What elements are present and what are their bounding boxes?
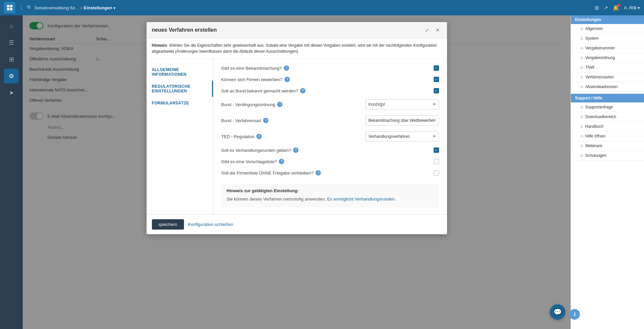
ted-regulation-select[interactable]: Verhandlungsverfahren Offenes Verfahren … <box>366 131 439 141</box>
firmenliste-checkbox-container <box>434 170 439 176</box>
sidebar-item-settings[interactable]: ⚙ <box>4 69 19 83</box>
tab-formularsaetze[interactable]: FORMULARSÄTZE <box>147 97 213 109</box>
firmen-help-icon[interactable]: ? <box>284 77 290 82</box>
verhandlungsrunden-row: Soll es Verhandlungsrunden geben? ? <box>221 147 439 153</box>
dialog-header: neues Verfahren erstellen ⤢ ✕ <box>147 22 447 38</box>
svg-rect-0 <box>7 5 9 7</box>
sidebar-item-system[interactable]: System <box>571 34 644 43</box>
bund-verdingungsordnung-help-icon[interactable]: ? <box>277 102 282 107</box>
bekanntmachung-help-icon[interactable]: ? <box>284 65 289 71</box>
dialog-notice: Hinweis: Wählen Sie die Eigenschaften se… <box>147 38 447 59</box>
vorschlagsliste-checkbox[interactable] <box>434 159 439 164</box>
vorschlagsliste-label: Gibt es eine Vorschlagsliste? ? <box>221 159 434 164</box>
sidebar-item-verfahrensarten[interactable]: Verfahrensarten <box>571 72 644 82</box>
verhandlungsrunden-checkbox[interactable] <box>434 147 439 153</box>
bund-bekannt-help-icon[interactable]: ? <box>300 88 305 93</box>
notice-text: : Wählen Sie die Eigenschaften sehr gewi… <box>152 43 437 54</box>
hint-box: Hinweis zur getätigten Einstellung: Sie … <box>221 184 439 208</box>
tab-allgemeine-informationen[interactable]: ALLGEMEINE INFORMATIONEN <box>147 64 213 80</box>
topbar-right: ⊞ ↗ 🔔 A. RIB ▾ <box>595 5 640 11</box>
vorschlagsliste-row: Gibt es eine Vorschlagsliste? ? <box>221 159 439 164</box>
right-sidebar: Einstellungen Allgemein System Vergabenu… <box>571 15 644 329</box>
sidebar-item-allgemein[interactable]: Allgemein <box>571 24 644 34</box>
topbar: ⋮ 🔍 Senatsverwaltung für... > Einstellun… <box>0 0 644 15</box>
topbar-dots[interactable]: ⋮ <box>19 5 24 11</box>
sidebar-item-tnw[interactable]: TNW <box>571 63 644 72</box>
bund-verfahrensart-help-icon[interactable]: ? <box>263 118 268 123</box>
bund-verdingungsordnung-label: Bund - Verdingungsordnung ? <box>221 102 366 107</box>
dialog-expand-icon[interactable]: ⤢ <box>423 26 431 34</box>
tab-regulatorische-einstellungen[interactable]: REGULATORISCHE EINSTELLUNGEN <box>147 81 213 97</box>
bekanntmachung-label: Gibt es eine Bekanntmachung? ? <box>221 65 434 71</box>
grid-icon[interactable]: ⊞ <box>595 5 599 11</box>
user-menu[interactable]: A. RIB ▾ <box>624 5 640 10</box>
bund-bekannt-checkbox-container <box>434 88 439 93</box>
bund-verfahrensart-select-container: Bekanntmachung über Wettbewerbe Offenes … <box>366 115 439 125</box>
bekanntmachung-checkbox[interactable] <box>434 65 439 71</box>
sidebar-item-schulungen[interactable]: Schulungen <box>571 151 644 160</box>
dialog-footer: speichern Konfiguration schließen <box>147 214 447 234</box>
save-button[interactable]: speichern <box>152 219 184 230</box>
breadcrumb-parent[interactable]: Senatsverwaltung für... <box>34 5 78 10</box>
firmen-label: Können sich Firmen bewerben? ? <box>221 77 434 82</box>
firmenliste-label: Soll die Firmenliste OHNE Freigabe verbl… <box>221 170 434 176</box>
bund-verdingungsordnung-select[interactable]: KonzVgV VOB/A VOL/A UVgO <box>366 99 439 109</box>
breadcrumb: Senatsverwaltung für... > Einstellungen … <box>34 5 116 10</box>
dialog-header-icons: ⤢ ✕ <box>423 26 442 34</box>
sidebar-item-absendeadressen[interactable]: Absendeadressen <box>571 82 644 92</box>
notification-bell-icon[interactable]: 🔔 <box>613 5 619 11</box>
bund-verfahrensart-label: Bund - Verfahrensart ? <box>221 118 366 123</box>
sidebar-item-hilfe[interactable]: Hilfe öffnen <box>571 131 644 141</box>
dialog-title: neues Verfahren erstellen <box>152 27 423 33</box>
bund-verdingungsordnung-select-container: KonzVgV VOB/A VOL/A UVgO <box>366 99 439 109</box>
sidebar-item-downloadbereich[interactable]: Downloadbereich <box>571 112 644 122</box>
notice-bold: Hinweis <box>152 43 167 48</box>
bund-verfahrensart-row: Bund - Verfahrensart ? Bekanntmachung üb… <box>221 115 439 125</box>
einstellungen-header: Einstellungen <box>571 15 644 24</box>
sidebar-item-home[interactable]: ⌂ <box>4 19 19 33</box>
firmenliste-row: Soll die Firmenliste OHNE Freigabe verbl… <box>221 170 439 176</box>
sidebar-item-menu[interactable]: ☰ <box>4 35 19 50</box>
sidebar-item-supportanfrage[interactable]: Supportanfrage <box>571 102 644 112</box>
sidebar-item-handbuch[interactable]: Handbuch <box>571 122 644 131</box>
ted-regulation-help-icon[interactable]: ? <box>256 134 262 139</box>
external-link-icon[interactable]: ↗ <box>604 5 608 11</box>
bund-bekannt-row: Soll an Bund bekannt gemacht werden? ? <box>221 88 439 93</box>
firmen-checkbox-container <box>434 77 439 82</box>
bund-verfahrensart-select[interactable]: Bekanntmachung über Wettbewerbe Offenes … <box>366 115 439 125</box>
close-button[interactable]: Konfiguration schließen <box>188 222 233 227</box>
breadcrumb-current[interactable]: Einstellungen ▾ <box>84 5 116 10</box>
dialog-close-icon[interactable]: ✕ <box>434 26 442 34</box>
firmenliste-help-icon[interactable]: ? <box>315 170 321 176</box>
firmenliste-checkbox[interactable] <box>434 170 439 176</box>
dialog-body: ALLGEMEINE INFORMATIONEN REGULATORISCHE … <box>147 59 447 214</box>
verhandlungsrunden-checkbox-container <box>434 147 439 153</box>
svg-rect-2 <box>7 8 9 10</box>
hint-title: Hinweis zur getätigten Einstellung: <box>227 188 434 193</box>
notification-dot <box>617 4 620 7</box>
sidebar-item-webinare[interactable]: Webinare <box>571 141 644 151</box>
vorschlagsliste-checkbox-container <box>434 159 439 164</box>
ted-regulation-label: TED - Regulation ? <box>221 134 366 139</box>
sidebar-item-vergabeordnung[interactable]: Vergabeordnung <box>571 53 644 63</box>
bund-bekannt-label: Soll an Bund bekannt gemacht werden? ? <box>221 88 434 93</box>
app-logo[interactable] <box>4 2 15 13</box>
bekanntmachung-checkbox-container <box>434 65 439 71</box>
svg-rect-3 <box>10 8 12 10</box>
ted-regulation-select-container: Verhandlungsverfahren Offenes Verfahren … <box>366 131 439 141</box>
sidebar-item-grid[interactable]: ⊞ <box>4 52 19 67</box>
bund-bekannt-checkbox[interactable] <box>434 88 439 93</box>
verhandlungsrunden-help-icon[interactable]: ? <box>293 147 298 153</box>
sidebar-item-vergabenummer[interactable]: Vergabenummer <box>571 43 644 53</box>
verhandlungsrunden-label: Soll es Verhandlungsrunden geben? ? <box>221 147 434 153</box>
chat-button[interactable]: 💬 <box>550 304 565 320</box>
hint-text: Sie können dieses Verfahren mehrstufig a… <box>227 196 434 203</box>
bekanntmachung-row: Gibt es eine Bekanntmachung? ? <box>221 65 439 71</box>
left-sidebar: ⌂ ☰ ⊞ ⚙ ➤ <box>0 15 23 329</box>
topbar-search-icon: 🔍 <box>27 5 32 10</box>
ted-regulation-row: TED - Regulation ? Verhandlungsverfahren… <box>221 131 439 141</box>
firmen-checkbox[interactable] <box>434 77 439 82</box>
vorschlagsliste-help-icon[interactable]: ? <box>279 159 284 164</box>
sidebar-item-export[interactable]: ➤ <box>4 85 19 100</box>
info-button[interactable]: ℹ <box>569 309 580 320</box>
